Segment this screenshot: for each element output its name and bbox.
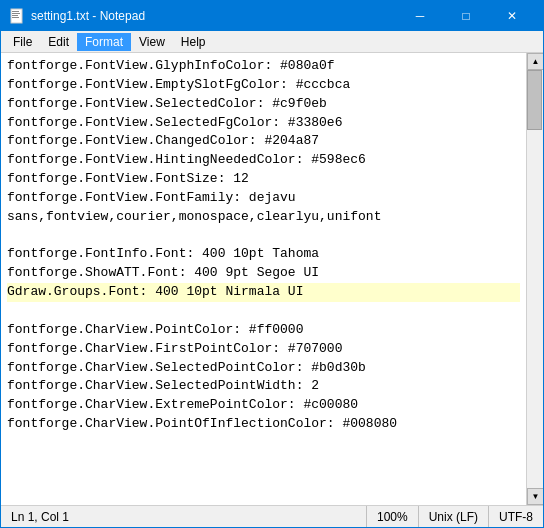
text-line: fontforge.FontView.ChangedColor: #204a87 <box>7 132 520 151</box>
text-line: fontforge.FontView.FontSize: 12 <box>7 170 520 189</box>
text-line: fontforge.CharView.PointColor: #ff0000 <box>7 321 520 340</box>
minimize-button[interactable]: ─ <box>397 1 443 31</box>
status-bar: Ln 1, Col 1 100% Unix (LF) UTF-8 <box>1 505 543 527</box>
text-line: fontforge.FontView.EmptySlotFgColor: #cc… <box>7 76 520 95</box>
text-line: sans,fontview,courier,monospace,clearlyu… <box>7 208 520 227</box>
menu-format[interactable]: Format <box>77 33 131 51</box>
text-editor[interactable]: fontforge.FontView.GlyphInfoColor: #080a… <box>1 53 526 505</box>
cursor-position: Ln 1, Col 1 <box>1 506 367 527</box>
notepad-window: setting1.txt - Notepad ─ □ ✕ File Edit F… <box>0 0 544 528</box>
text-line: fontforge.FontView.SelectedColor: #c9f0e… <box>7 95 520 114</box>
text-line: fontforge.FontView.GlyphInfoColor: #080a… <box>7 57 520 76</box>
maximize-button[interactable]: □ <box>443 1 489 31</box>
text-line: fontforge.ShowATT.Font: 400 9pt Segoe UI <box>7 264 520 283</box>
line-ending: Unix (LF) <box>419 506 489 527</box>
text-line: fontforge.FontView.SelectedFgColor: #338… <box>7 114 520 133</box>
svg-rect-4 <box>12 17 19 18</box>
text-line: fontforge.CharView.SelectedPointColor: #… <box>7 359 520 378</box>
zoom-level: 100% <box>367 506 419 527</box>
text-line: fontforge.FontInfo.Font: 400 10pt Tahoma <box>7 245 520 264</box>
close-button[interactable]: ✕ <box>489 1 535 31</box>
menu-edit[interactable]: Edit <box>40 33 77 51</box>
window-controls: ─ □ ✕ <box>397 1 535 31</box>
menu-help[interactable]: Help <box>173 33 214 51</box>
empty-line <box>7 227 520 246</box>
vertical-scrollbar[interactable]: ▲ ▼ <box>526 53 543 505</box>
svg-rect-1 <box>12 11 19 12</box>
empty-line <box>7 302 520 321</box>
svg-rect-3 <box>12 15 18 16</box>
highlighted-line: Gdraw.Groups.Font: 400 10pt Nirmala UI <box>7 283 520 302</box>
window-title: setting1.txt - Notepad <box>31 9 397 23</box>
editor-area: fontforge.FontView.GlyphInfoColor: #080a… <box>1 53 543 505</box>
text-line: fontforge.FontView.HintingNeededColor: #… <box>7 151 520 170</box>
encoding: UTF-8 <box>489 506 543 527</box>
text-line: fontforge.FontView.FontFamily: dejavu <box>7 189 520 208</box>
scroll-up-button[interactable]: ▲ <box>527 53 543 70</box>
menu-view[interactable]: View <box>131 33 173 51</box>
app-icon <box>9 8 25 24</box>
text-line: fontforge.CharView.FirstPointColor: #707… <box>7 340 520 359</box>
title-bar: setting1.txt - Notepad ─ □ ✕ <box>1 1 543 31</box>
text-line: fontforge.CharView.SelectedPointWidth: 2 <box>7 377 520 396</box>
scroll-down-button[interactable]: ▼ <box>527 488 543 505</box>
svg-rect-2 <box>12 13 20 14</box>
text-line: fontforge.CharView.PointOfInflectionColo… <box>7 415 520 434</box>
menu-bar: File Edit Format View Help <box>1 31 543 53</box>
menu-file[interactable]: File <box>5 33 40 51</box>
scroll-track[interactable] <box>527 70 543 488</box>
text-line: fontforge.CharView.ExtremePointColor: #c… <box>7 396 520 415</box>
scroll-thumb[interactable] <box>527 70 542 130</box>
